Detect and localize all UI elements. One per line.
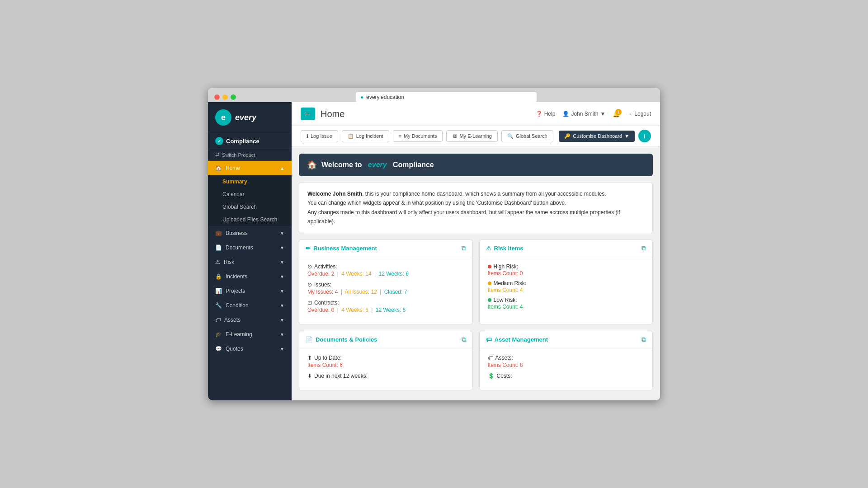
medium-risk-value: Items Count: 4 — [488, 287, 645, 293]
sidebar-item-business[interactable]: 💼 Business ▼ — [208, 226, 292, 240]
uptodate-label: ⬆ Up to Date: — [307, 355, 464, 361]
low-risk-row: Low Risk: Items Count: 4 — [488, 297, 645, 310]
assets-widget-title: 🏷 Asset Management — [486, 336, 548, 343]
logout-label: Logout — [634, 111, 651, 117]
my-documents-icon: ≡ — [399, 133, 401, 139]
low-risk-dot — [488, 298, 491, 302]
global-search-button[interactable]: 🔍 Global Search — [501, 130, 553, 142]
assets-icon: 🏷 — [215, 317, 221, 323]
due-icon: ⬇ — [307, 373, 312, 379]
logo-icon: e — [215, 109, 231, 126]
tag-icon: 🏷 — [486, 336, 492, 343]
documents-widget-edit-icon[interactable]: ⧉ — [462, 336, 466, 343]
browser-window: ● every.education e every ✓ Compliance ⇄… — [208, 88, 660, 400]
sidebar-logo: e every — [208, 102, 292, 133]
switch-product-btn[interactable]: ⇄ Switch Product — [208, 149, 292, 161]
chevron-down-icon-3: ▼ — [280, 260, 284, 265]
contracts-row: ⊡ Contracts: Overdue: 0 | 4 Weeks: 6 | 1… — [307, 300, 464, 313]
info-button[interactable]: i — [638, 130, 651, 142]
minimize-dot[interactable] — [222, 94, 228, 100]
my-documents-button[interactable]: ≡ My Documents — [393, 130, 443, 142]
business-widget-edit-icon[interactable]: ⧉ — [462, 244, 466, 252]
projects-icon: 📊 — [215, 288, 222, 294]
app-container: e every ✓ Compliance ⇄ Switch Product 🏠 … — [208, 102, 660, 400]
sidebar-item-calendar[interactable]: Calendar — [208, 188, 292, 201]
chevron-down-icon-4: ▼ — [280, 274, 284, 279]
sidebar-item-global-search[interactable]: Global Search — [208, 201, 292, 213]
maximize-dot[interactable] — [231, 94, 236, 100]
assets-widget-header: 🏷 Asset Management ⧉ — [480, 331, 653, 348]
sidebar-item-incidents[interactable]: 🔒 Incidents ▼ — [208, 269, 292, 284]
high-risk-value: Items Count: 0 — [488, 270, 645, 277]
sidebar-item-home[interactable]: 🏠 Home ▲ — [208, 161, 292, 175]
log-incident-icon: 📋 — [348, 133, 354, 139]
assets-label: Assets — [224, 317, 241, 323]
elearning-label: E-Learning — [226, 331, 252, 338]
costs-row: 💲 Costs: — [488, 373, 645, 379]
risk-widget-edit-icon[interactable]: ⧉ — [642, 244, 646, 252]
welcome-house-icon: 🏠 — [307, 160, 317, 170]
documents-label: Documents — [226, 244, 253, 251]
clock-icon: ⊙ — [307, 263, 312, 270]
global-search-label: Global Search — [222, 204, 257, 210]
my-elearning-label: My E-Learning — [459, 133, 492, 139]
compliance-badge: ✓ Compliance — [208, 133, 292, 149]
warning-icon: ⚠ — [486, 245, 491, 252]
issues-icon: ⊙ — [307, 282, 312, 288]
risk-widget-body: High Risk: Items Count: 0 Medium Risk: I… — [480, 257, 653, 320]
condition-label: Condition — [226, 302, 249, 309]
sidebar-item-assets[interactable]: 🏷 Assets ▼ — [208, 313, 292, 327]
my-documents-label: My Documents — [404, 133, 437, 139]
chevron-down-icon-8: ▼ — [280, 332, 284, 337]
welcome-line1: Welcome John Smith, this is your complia… — [307, 189, 644, 198]
assets-widget-edit-icon[interactable]: ⧉ — [642, 336, 646, 343]
sidebar-item-projects[interactable]: 📊 Projects ▼ — [208, 284, 292, 298]
medium-risk-row: Medium Risk: Items Count: 4 — [488, 280, 645, 293]
sidebar-item-risk[interactable]: ⚠ Risk ▼ — [208, 255, 292, 269]
activities-values: Overdue: 2 | 4 Weeks: 14 | 12 Weeks: 6 — [307, 271, 464, 277]
log-incident-button[interactable]: 📋 Log Incident — [342, 130, 389, 142]
my-elearning-button[interactable]: 🖥 My E-Learning — [446, 130, 498, 142]
documents-icon: 📄 — [215, 244, 222, 251]
help-button[interactable]: ❓ Help — [536, 111, 556, 117]
welcome-banner-title: Welcome to every Compliance — [321, 161, 434, 169]
toolbar: ℹ Log Issue 📋 Log Incident ≡ My Document… — [292, 126, 660, 146]
sidebar-item-documents[interactable]: 📄 Documents ▼ — [208, 240, 292, 255]
customise-label: Customise Dashboard — [573, 133, 622, 139]
welcome-logo: every — [368, 161, 387, 169]
sidebar-item-quotes[interactable]: 💬 Quotes ▼ — [208, 342, 292, 356]
customise-chevron-icon: ▼ — [624, 133, 629, 139]
welcome-banner: 🏠 Welcome to every Compliance — [299, 154, 653, 176]
chevron-down-icon: ▼ — [280, 231, 284, 236]
chevron-down-icon-7: ▼ — [280, 318, 284, 323]
chevron-up-icon: ▲ — [280, 166, 284, 171]
topbar-left: ⊢ Home — [301, 108, 344, 120]
high-risk-row: High Risk: Items Count: 0 — [488, 263, 645, 277]
high-risk-label: High Risk: — [488, 263, 645, 270]
sidebar-item-condition[interactable]: 🔧 Condition ▼ — [208, 298, 292, 313]
notifications-button[interactable]: 🔔 1 — [613, 111, 620, 117]
customise-icon: 🔑 — [564, 133, 571, 139]
close-dot[interactable] — [214, 94, 220, 100]
business-management-widget: ✏ Business Management ⧉ ⊙ Activities: — [299, 239, 473, 324]
customise-dashboard-button[interactable]: 🔑 Customise Dashboard ▼ — [559, 131, 635, 142]
sidebar-item-uploaded-files[interactable]: Uploaded Files Search — [208, 213, 292, 226]
user-button[interactable]: 👤 John Smith ▼ — [562, 111, 605, 117]
page-title: Home — [321, 109, 344, 119]
activities-label: ⊙ Activities: — [307, 263, 464, 270]
back-button[interactable]: ⊢ — [301, 108, 315, 120]
projects-label: Projects — [226, 288, 245, 294]
issues-values: My Issues: 4 | All Issues: 12 | Closed: … — [307, 289, 464, 295]
sidebar-item-elearning[interactable]: 🎓 E-Learning ▼ — [208, 327, 292, 342]
url-bar[interactable]: ● every.education — [356, 92, 537, 102]
risk-widget-title: ⚠ Risk Items — [486, 245, 524, 252]
risk-label: Risk — [224, 259, 234, 265]
logout-icon: → — [627, 111, 632, 117]
logout-button[interactable]: → Logout — [627, 111, 651, 117]
risk-icon: ⚠ — [215, 259, 220, 265]
sidebar-item-summary[interactable]: Summary — [208, 175, 292, 188]
costs-label: 💲 Costs: — [488, 373, 645, 379]
business-widget-body: ⊙ Activities: Overdue: 2 | 4 Weeks: 14 |… — [299, 257, 472, 324]
check-icon: ✓ — [215, 137, 223, 145]
log-issue-button[interactable]: ℹ Log Issue — [301, 130, 338, 142]
